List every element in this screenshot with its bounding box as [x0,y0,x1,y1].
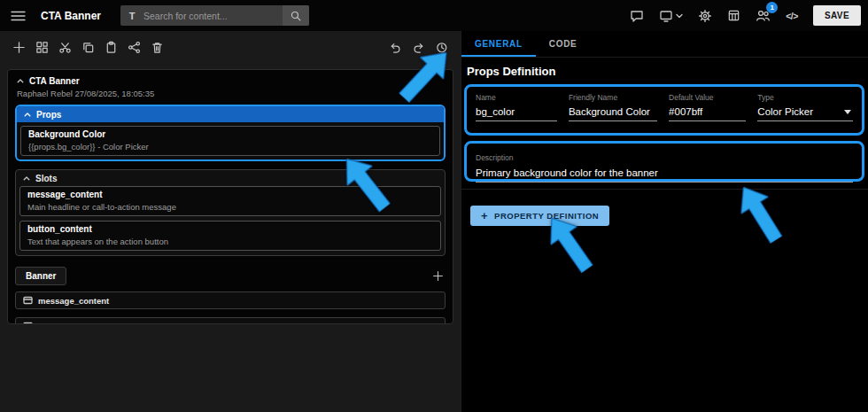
field-friendly-name-label: Friendly Name [569,93,657,102]
copy-icon [81,41,95,54]
component-card-header: CTA Banner Raphael Rebel 27/08/2025, 18:… [8,70,453,100]
banner-slot-row[interactable]: button_content [15,317,446,324]
field-friendly-name: Friendly Name [569,93,657,133]
save-button[interactable]: SAVE [813,5,861,26]
chevron-down-icon [676,13,683,19]
field-friendly-name-input[interactable] [569,106,657,121]
description-label: Description [476,153,514,162]
copy-button[interactable] [81,41,95,54]
prop-fields-group: Name Friendly Name Default Value Type Co… [464,84,864,136]
chevron-up-icon [17,78,24,84]
slots-section-body: message_content Main headline or call-to… [16,186,445,255]
tab-code[interactable]: CODE [536,31,591,57]
gear-icon [698,9,712,23]
share-button[interactable] [128,41,141,54]
undo-icon [389,41,402,54]
add-button[interactable] [12,41,26,54]
field-default-value-input[interactable] [669,106,746,121]
slot-item[interactable]: message_content Main headline or call-to… [19,186,441,216]
page-title: CTA Banner [41,10,101,22]
search-button[interactable] [283,5,309,26]
banner-slot-row[interactable]: message_content [15,292,446,309]
scissors-icon [58,41,72,54]
search-input[interactable] [143,5,283,26]
slots-section: Slots message_content Main headline or c… [15,169,446,256]
hamburger-icon [11,10,26,22]
field-type-value: Color Picker [757,106,813,117]
description-input[interactable] [476,167,853,183]
prop-item[interactable]: Background Color {{props.bg_color}} - Co… [20,126,440,156]
slots-section-header[interactable]: Slots [16,170,445,186]
props-section-body: Background Color {{props.bg_color}} - Co… [17,122,444,159]
banner-block-tab[interactable]: Banner [15,267,66,285]
redo-button[interactable] [412,41,425,54]
chevron-up-icon [24,112,31,118]
component-card-collapse[interactable]: CTA Banner [17,76,444,86]
delete-button[interactable] [151,41,164,54]
chevron-up-icon [23,175,30,182]
code-view-button[interactable]: </> [786,11,798,21]
undo-button[interactable] [389,41,402,54]
plus-icon [432,270,444,282]
tab-general[interactable]: GENERAL [461,31,536,57]
table-icon [727,9,740,22]
field-name-input[interactable] [476,106,557,121]
comment-icon [630,9,644,23]
editor-panel: CTA Banner Raphael Rebel 27/08/2025, 18:… [0,31,461,412]
component-card-meta: Raphael Rebel 27/08/2025, 18:05:35 [17,89,444,98]
history-icon [435,41,448,54]
editor-toolbar [12,37,448,57]
banner-block-row: Banner [15,267,446,285]
inspector-panel: GENERAL CODE Props Definition Name Frien… [461,31,868,412]
components-button[interactable] [35,41,49,54]
props-section: Props Background Color {{props.bg_color}… [15,105,446,161]
inspector-divider [461,189,868,190]
props-section-header[interactable]: Props [17,106,444,122]
menu-button[interactable] [11,10,26,22]
add-property-definition-button[interactable]: + PROPERTY DEFINITION [470,206,609,226]
component-card: CTA Banner Raphael Rebel 27/08/2025, 18:… [7,69,453,324]
monitor-icon [659,9,673,23]
comments-button[interactable] [630,9,644,23]
users-badge: 1 [766,2,778,13]
cut-button[interactable] [58,41,72,54]
plus-icon: + [481,210,488,222]
data-grid-button[interactable] [727,9,740,22]
redo-icon [412,41,425,54]
slot-item-subtitle: Main headline or call-to-action message [27,202,433,212]
description-field-group: Description [464,141,864,182]
dropdown-arrow-icon [844,110,851,114]
slot-icon [23,322,33,324]
field-type: Type Color Picker [757,93,853,133]
props-definition-heading: Props Definition [467,65,555,78]
slot-item-title: message_content [27,190,433,201]
slot-item-subtitle: Text that appears on the action button [27,237,433,246]
banner-slot-list: message_content button_content [15,292,446,324]
plus-icon [12,41,26,54]
search-bar: T [120,5,309,26]
props-section-label: Props [36,110,61,120]
text-filter-icon[interactable]: T [120,5,143,26]
paste-button[interactable] [105,41,118,54]
inspector-tabs: GENERAL CODE [461,31,868,58]
preview-devices-button[interactable] [659,9,683,23]
field-type-select[interactable]: Color Picker [757,106,853,121]
slot-item[interactable]: button_content Text that appears on the … [19,221,441,251]
field-type-label: Type [757,93,853,102]
add-block-button[interactable] [432,270,444,282]
trash-icon [151,41,164,54]
prop-item-title: Background Color [28,129,432,141]
settings-button[interactable] [698,9,712,23]
history-button[interactable] [435,41,448,54]
topbar: CTA Banner T 1 [0,0,868,31]
prop-item-subtitle: {{props.bg_color}} - Color Picker [28,142,432,152]
field-default-value-label: Default Value [669,93,746,102]
search-icon [290,10,302,22]
field-default-value: Default Value [669,93,746,133]
slot-item-title: button_content [27,224,433,236]
blocks-icon [35,41,49,54]
users-button[interactable]: 1 [756,9,771,22]
slots-section-label: Slots [35,174,57,183]
field-name: Name [476,93,557,133]
add-property-definition-label: PROPERTY DEFINITION [494,211,599,221]
